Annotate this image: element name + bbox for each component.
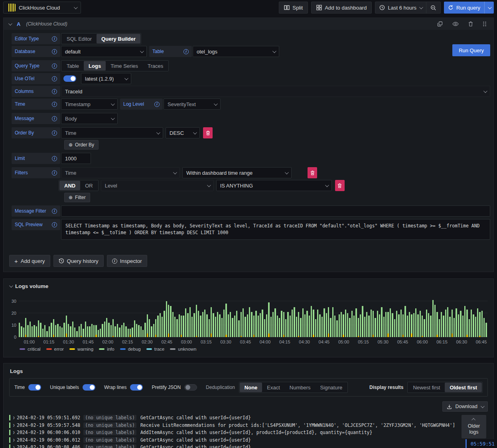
volume-bar[interactable] xyxy=(319,314,320,337)
dedup-option-none[interactable]: None xyxy=(240,383,262,392)
volume-bar[interactable] xyxy=(326,313,327,337)
volume-bar[interactable] xyxy=(452,310,453,337)
volume-bar[interactable] xyxy=(157,316,158,337)
volume-bar[interactable] xyxy=(132,328,133,337)
volume-bar[interactable] xyxy=(430,316,431,337)
volume-bar[interactable] xyxy=(396,311,397,337)
conjunction-option-and[interactable]: AND xyxy=(59,181,80,190)
volume-bar[interactable] xyxy=(42,329,43,337)
run-query-button[interactable]: Run query xyxy=(444,2,484,14)
toggle-switch[interactable] xyxy=(130,384,143,391)
volume-bar[interactable] xyxy=(185,308,186,337)
volume-bar[interactable] xyxy=(379,314,380,337)
volume-bar[interactable] xyxy=(142,330,144,337)
expand-chevron-icon[interactable]: ❯ xyxy=(13,423,17,427)
volume-bar[interactable] xyxy=(110,325,112,337)
conjunction-option-or[interactable]: OR xyxy=(80,181,98,190)
volume-bar[interactable] xyxy=(483,318,485,337)
remove-filter-button[interactable] xyxy=(308,167,317,178)
query-row-header[interactable]: A (ClickHouse Cloud) xyxy=(4,18,493,30)
legend-item-info[interactable]: info xyxy=(99,347,114,351)
info-icon[interactable]: i xyxy=(52,130,57,136)
volume-bar[interactable] xyxy=(277,316,278,337)
volume-bar[interactable] xyxy=(202,312,203,337)
volume-bar[interactable] xyxy=(328,307,329,337)
volume-bar[interactable] xyxy=(398,314,399,337)
log-row[interactable]: ❯2024-02-19 06:00:06.010(no unique label… xyxy=(9,429,488,436)
volume-bar[interactable] xyxy=(469,319,470,337)
volume-bar[interactable] xyxy=(464,306,465,337)
inspector-button[interactable]: iInspector xyxy=(107,255,147,267)
datasource-picker[interactable]: ClickHouse Cloud xyxy=(3,2,81,14)
volume-bar[interactable] xyxy=(166,301,167,337)
volume-bar[interactable] xyxy=(462,316,463,337)
volume-bar[interactable] xyxy=(61,328,63,337)
expand-chevron-icon[interactable]: ❯ xyxy=(13,445,17,448)
volume-bar[interactable] xyxy=(181,316,182,337)
volume-bar[interactable] xyxy=(381,307,382,337)
volume-bar[interactable] xyxy=(445,310,446,337)
volume-bar[interactable] xyxy=(206,314,207,337)
display-results-option-oldest-first[interactable]: Oldest first xyxy=(445,383,482,392)
volume-bar[interactable] xyxy=(176,319,178,337)
volume-bar[interactable] xyxy=(108,323,109,337)
volume-bar[interactable] xyxy=(221,318,223,337)
volume-bar[interactable] xyxy=(266,314,267,337)
legend-item-error[interactable]: error xyxy=(46,347,64,351)
volume-bar[interactable] xyxy=(385,312,387,337)
columns-multiselect[interactable]: TraceId xyxy=(61,86,490,97)
volume-bar[interactable] xyxy=(351,311,353,337)
volume-bar[interactable] xyxy=(32,326,33,337)
volume-bar[interactable] xyxy=(441,312,442,337)
volume-bar[interactable] xyxy=(313,310,314,337)
volume-bar[interactable] xyxy=(200,316,201,337)
volume-bar[interactable] xyxy=(290,316,291,337)
volume-bar[interactable] xyxy=(151,326,152,337)
volume-bar[interactable] xyxy=(253,316,254,337)
info-icon[interactable]: i xyxy=(52,156,57,161)
add-to-dashboard-button[interactable]: Add to dashboard xyxy=(311,2,372,14)
toggle-switch[interactable] xyxy=(83,384,95,391)
volume-bar[interactable] xyxy=(57,324,58,337)
volume-bar[interactable] xyxy=(377,311,378,337)
volume-bar[interactable] xyxy=(432,300,434,337)
volume-bar[interactable] xyxy=(30,322,31,337)
volume-bar[interactable] xyxy=(285,319,286,337)
volume-bar[interactable] xyxy=(479,312,480,337)
volume-bar[interactable] xyxy=(51,323,52,337)
query-history-button[interactable]: Query history xyxy=(53,255,104,267)
volume-bar[interactable] xyxy=(360,314,361,337)
volume-bar[interactable] xyxy=(373,311,374,337)
legend-item-unknown[interactable]: unknown xyxy=(170,347,196,351)
info-icon[interactable]: i xyxy=(183,49,189,54)
volume-bar[interactable] xyxy=(149,319,150,337)
volume-bar[interactable] xyxy=(409,312,410,337)
volume-bar[interactable] xyxy=(341,312,342,337)
volume-bar[interactable] xyxy=(125,326,126,337)
volume-bar[interactable] xyxy=(25,318,26,337)
volume-bar[interactable] xyxy=(21,326,22,337)
toggle-switch[interactable] xyxy=(28,384,41,391)
volume-bar[interactable] xyxy=(407,316,408,337)
collapse-chevron-icon[interactable] xyxy=(9,284,13,288)
query-type-option-traces[interactable]: Traces xyxy=(143,61,168,71)
volume-bar[interactable] xyxy=(53,319,54,337)
volume-bar[interactable] xyxy=(19,323,20,337)
volume-bar[interactable] xyxy=(471,310,472,337)
legend-item-critical[interactable]: critical xyxy=(20,347,41,351)
volume-bar[interactable] xyxy=(106,318,107,337)
info-icon[interactable]: i xyxy=(52,222,57,227)
volume-bar[interactable] xyxy=(485,323,487,337)
toggle-switch[interactable] xyxy=(184,384,197,391)
volume-bar[interactable] xyxy=(466,310,467,337)
volume-bar[interactable] xyxy=(247,314,248,337)
volume-bar[interactable] xyxy=(170,306,171,337)
otel-version-select[interactable]: latest (1.2.9) xyxy=(81,73,131,84)
volume-bar[interactable] xyxy=(219,314,220,337)
volume-bar[interactable] xyxy=(383,317,385,337)
volume-bar[interactable] xyxy=(292,310,293,337)
volume-bar[interactable] xyxy=(245,317,246,337)
table-select[interactable]: otel_logs xyxy=(193,46,279,57)
volume-bar[interactable] xyxy=(456,308,457,337)
volume-bar[interactable] xyxy=(46,331,47,337)
